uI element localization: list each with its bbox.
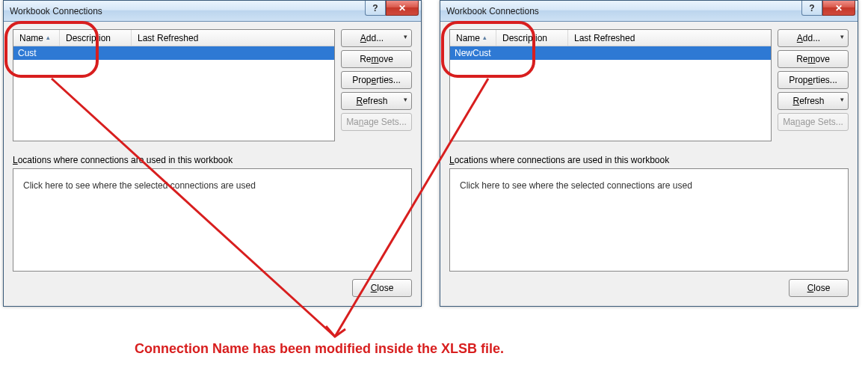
buttons-column: Add... Remove Properties... Refresh Mana… [341, 29, 412, 141]
window-buttons: ? ✕ [801, 1, 855, 16]
workbook-connections-dialog-after: Workbook Connections ? ✕ Name▴ Descripti… [440, 0, 858, 307]
column-header-name[interactable]: Name▴ [450, 30, 496, 46]
titlebar[interactable]: Workbook Connections ? ✕ [440, 1, 858, 22]
list-header: Name▴ Description Last Refreshed [450, 30, 771, 46]
refresh-button[interactable]: Refresh [341, 92, 412, 110]
connections-list[interactable]: Name▴ Description Last Refreshed Cust [13, 29, 335, 141]
refresh-button[interactable]: Refresh [778, 92, 849, 110]
help-icon: ? [809, 3, 814, 13]
list-header: Name▴ Description Last Refreshed [13, 30, 334, 46]
close-icon: ✕ [398, 3, 406, 13]
column-header-name[interactable]: Name▴ [13, 30, 60, 46]
manage-sets-button: Manage Sets... [778, 113, 849, 131]
properties-button[interactable]: Properties... [778, 71, 849, 89]
sort-asc-icon: ▴ [483, 34, 487, 41]
help-button[interactable]: ? [365, 1, 386, 16]
properties-button[interactable]: Properties... [341, 71, 412, 89]
sort-asc-icon: ▴ [46, 34, 50, 41]
column-header-last-refreshed[interactable]: Last Refreshed [132, 30, 334, 46]
dialog-footer: Close [449, 279, 849, 297]
remove-button[interactable]: Remove [341, 50, 412, 68]
add-button[interactable]: Add... [778, 29, 849, 47]
top-row: Name▴ Description Last Refreshed NewCust… [449, 29, 849, 141]
dialog-title: Workbook Connections [10, 6, 102, 16]
close-icon: ✕ [835, 3, 843, 13]
locations-label: Locations where connections are used in … [13, 155, 412, 165]
connection-row-selected[interactable]: NewCust [450, 46, 771, 60]
column-header-last-refreshed[interactable]: Last Refreshed [568, 30, 771, 46]
locations-label: Locations where connections are used in … [449, 155, 849, 165]
close-button[interactable]: Close [789, 279, 849, 297]
dialog-title: Workbook Connections [446, 6, 539, 16]
top-row: Name▴ Description Last Refreshed Cust Ad… [13, 29, 412, 141]
column-header-description[interactable]: Description [496, 30, 568, 46]
column-header-description[interactable]: Description [60, 30, 132, 46]
workbook-connections-dialog-before: Workbook Connections ? ✕ Name▴ Descripti… [3, 0, 422, 307]
annotation-text: Connection Name has been modified inside… [135, 341, 504, 357]
locations-box[interactable]: Click here to see where the selected con… [449, 168, 849, 272]
window-close-button[interactable]: ✕ [386, 1, 419, 16]
add-button[interactable]: Add... [341, 29, 412, 47]
dialog-body: Name▴ Description Last Refreshed Cust Ad… [4, 22, 421, 306]
dialog-footer: Close [13, 279, 412, 297]
locations-hint[interactable]: Click here to see where the selected con… [453, 172, 845, 199]
buttons-column: Add... Remove Properties... Refresh Mana… [778, 29, 849, 141]
remove-button[interactable]: Remove [778, 50, 849, 68]
help-icon: ? [372, 3, 378, 13]
close-button[interactable]: Close [352, 279, 412, 297]
locations-box[interactable]: Click here to see where the selected con… [13, 168, 412, 272]
window-close-button[interactable]: ✕ [822, 1, 855, 16]
manage-sets-button: Manage Sets... [341, 113, 412, 131]
titlebar[interactable]: Workbook Connections ? ✕ [4, 1, 421, 22]
connection-row-selected[interactable]: Cust [13, 46, 334, 60]
help-button[interactable]: ? [801, 1, 822, 16]
window-buttons: ? ✕ [365, 1, 419, 16]
connections-list[interactable]: Name▴ Description Last Refreshed NewCust [449, 29, 772, 141]
dialog-body: Name▴ Description Last Refreshed NewCust… [440, 22, 858, 306]
locations-hint[interactable]: Click here to see where the selected con… [16, 172, 408, 199]
